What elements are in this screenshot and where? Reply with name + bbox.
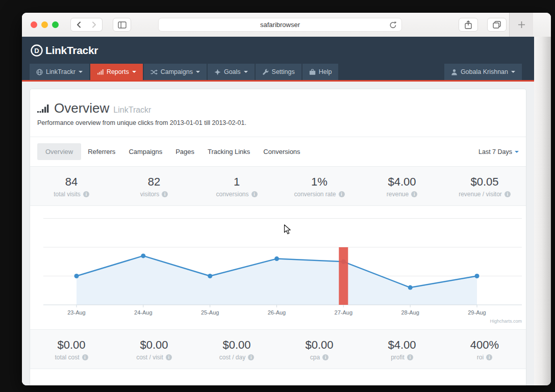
stat-value: 84 <box>30 175 113 189</box>
info-icon[interactable] <box>504 191 511 197</box>
nav-item-help[interactable]: Help <box>302 64 339 80</box>
share-button[interactable] <box>459 18 478 32</box>
sidebar-icon <box>118 21 127 29</box>
chevron-left-icon <box>77 21 81 28</box>
new-tab-button[interactable] <box>509 13 533 37</box>
page-content: Overview LinkTrackr Performance overview… <box>22 82 534 385</box>
window-edge-strip <box>534 37 551 385</box>
reload-button[interactable] <box>389 21 397 31</box>
svg-text:27-Aug: 27-Aug <box>335 309 352 316</box>
stat-label: roi <box>477 354 484 361</box>
stat-conversions: 1 conversions <box>195 175 278 198</box>
url-text: safaribrowser <box>260 21 300 29</box>
stat-value: $0.00 <box>30 338 113 352</box>
chevron-right-icon <box>92 21 96 28</box>
bar-chart-icon <box>37 103 49 114</box>
zoom-window-button[interactable] <box>52 21 59 28</box>
report-tabs: Overview Referrers Campaigns Pages Track… <box>30 137 526 166</box>
wrench-icon <box>262 69 269 75</box>
stat-label: visitors <box>140 191 159 198</box>
stat-label: cpa <box>310 354 320 361</box>
chevron-down-icon <box>132 71 136 73</box>
nav-item-linktrackr[interactable]: LinkTrackr <box>30 64 89 80</box>
info-icon[interactable] <box>82 354 88 360</box>
bar-chart-icon <box>97 69 104 75</box>
stat-value: $0.00 <box>113 338 195 352</box>
stat-value: 400% <box>443 338 526 352</box>
stat-conversion-rate: 1% conversion rate <box>278 175 361 198</box>
traffic-lights <box>31 21 59 28</box>
info-icon[interactable] <box>339 191 345 197</box>
info-icon[interactable] <box>322 354 329 360</box>
info-icon[interactable] <box>486 354 492 360</box>
stat-label: total visits <box>54 191 81 198</box>
stat-value: 1 <box>195 175 278 189</box>
stat-label: conversion rate <box>294 191 336 198</box>
nav-item-goals[interactable]: Goals <box>208 64 255 80</box>
linktrackr-logo[interactable]: D LinkTrackr <box>30 43 98 58</box>
sidebar-toggle-button[interactable] <box>113 18 131 32</box>
stat-value: 1% <box>278 175 361 189</box>
minimize-window-button[interactable] <box>41 21 48 28</box>
stat-label: profit <box>391 354 405 361</box>
tab-overview[interactable]: Overview <box>37 143 81 160</box>
stat-label: cost / visit <box>136 354 163 361</box>
info-icon[interactable] <box>251 191 258 197</box>
nav-item-settings[interactable]: Settings <box>256 64 301 80</box>
stat-total-visits: 84 total visits <box>30 175 113 198</box>
chevron-down-icon <box>79 71 83 73</box>
info-icon[interactable] <box>166 354 172 360</box>
user-menu[interactable]: Gobala Krishnan <box>444 64 522 80</box>
stat-value: $4.00 <box>361 175 443 189</box>
stat-value: $0.00 <box>278 338 361 352</box>
share-icon <box>465 20 472 29</box>
info-icon[interactable] <box>411 191 417 197</box>
nav-item-reports[interactable]: Reports <box>90 64 143 80</box>
stat-visitors: 82 visitors <box>113 175 195 198</box>
tab-referrers[interactable]: Referrers <box>81 143 122 160</box>
tab-conversions[interactable]: Conversions <box>257 143 307 160</box>
stat-cost-per-visit: $0.00 cost / visit <box>113 338 195 361</box>
logo-wordmark: LinkTrackr <box>45 44 98 57</box>
info-icon[interactable] <box>248 354 254 360</box>
stat-label: revenue <box>387 191 409 198</box>
user-name: Gobala Krishnan <box>461 68 508 75</box>
svg-text:23-Aug: 23-Aug <box>67 309 85 316</box>
tab-campaigns[interactable]: Campaigns <box>122 143 169 160</box>
tab-tracking-links[interactable]: Tracking Links <box>201 143 257 160</box>
svg-text:25-Aug: 25-Aug <box>201 309 219 316</box>
tab-overview-button[interactable] <box>487 18 507 32</box>
user-icon <box>451 69 458 75</box>
site-header: D LinkTrackr <box>22 37 534 64</box>
svg-text:24-Aug: 24-Aug <box>134 309 152 316</box>
forward-button[interactable] <box>86 18 103 32</box>
overview-card: Overview LinkTrackr Performance overview… <box>30 89 526 385</box>
nav-item-label: Campaigns <box>161 68 193 75</box>
nav-item-label: Reports <box>107 68 129 75</box>
back-button[interactable] <box>70 18 87 32</box>
nav-item-campaigns[interactable]: Campaigns <box>144 64 207 80</box>
stat-value: $0.05 <box>443 175 526 189</box>
svg-text:28-Aug: 28-Aug <box>401 309 419 316</box>
date-range-selector[interactable]: Last 7 Days <box>478 148 519 155</box>
tab-pages[interactable]: Pages <box>169 143 201 160</box>
close-window-button[interactable] <box>31 21 37 28</box>
info-icon[interactable] <box>162 191 168 197</box>
stat-value: $0.00 <box>195 338 278 352</box>
page-title-suffix: LinkTrackr <box>113 106 151 115</box>
stat-roi: 400% roi <box>443 338 526 361</box>
stat-label: conversions <box>216 191 248 198</box>
reload-icon <box>389 21 397 29</box>
diamond-icon <box>214 69 221 75</box>
info-icon[interactable] <box>83 191 89 197</box>
address-bar[interactable]: safaribrowser <box>158 18 402 32</box>
stat-label: total cost <box>55 354 79 361</box>
browser-window: safaribrowser <box>22 13 551 385</box>
stat-total-cost: $0.00 total cost <box>30 338 113 361</box>
overview-chart: 23-Aug24-Aug25-Aug26-Aug27-Aug28-Aug29-A… <box>30 210 526 328</box>
site-viewport: D LinkTrackr LinkTrackr Reports <box>22 37 534 385</box>
info-icon[interactable] <box>407 354 413 360</box>
stat-cost-per-day: $0.00 cost / day <box>195 338 278 361</box>
main-navbar: LinkTrackr Reports Campaigns <box>22 64 534 80</box>
nav-item-label: Help <box>319 68 332 75</box>
